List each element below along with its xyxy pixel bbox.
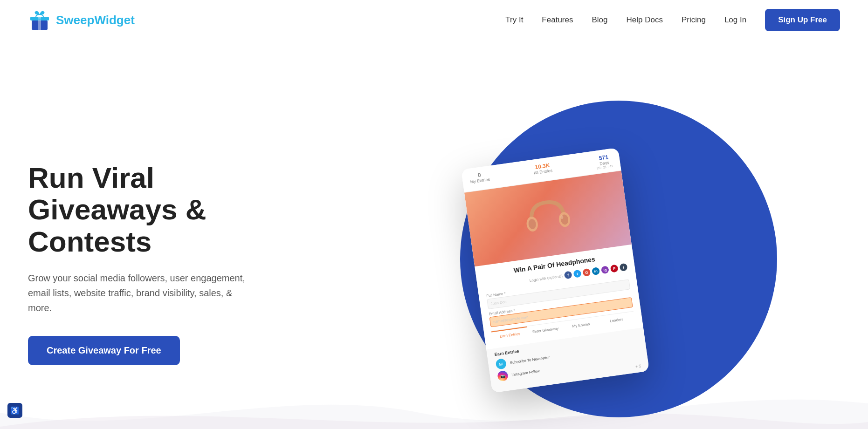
- nav-features[interactable]: Features: [542, 15, 573, 25]
- stat-my-entries: 0 My Entries: [469, 170, 490, 188]
- nav-blog[interactable]: Blog: [592, 15, 607, 25]
- svg-rect-2: [38, 15, 41, 30]
- facebook-icon: f: [564, 271, 572, 279]
- tab-earn-entries: Earn Entries: [491, 327, 529, 343]
- newsletter-label: Subscribe To Newsletter: [510, 355, 550, 365]
- linkedin-icon: in: [592, 267, 600, 275]
- nav-pricing[interactable]: Pricing: [682, 15, 706, 25]
- hero-title: Run Viral Giveaways & Contests: [28, 162, 270, 258]
- hero-subtitle: Grow your social media followers, user e…: [28, 271, 252, 315]
- hero-section: Run Viral Giveaways & Contests Grow your…: [0, 40, 868, 429]
- instagram-label: Instagram Follow: [511, 368, 540, 376]
- login-button[interactable]: Log In: [724, 15, 746, 25]
- google-icon: G: [582, 268, 591, 277]
- tab-enter-giveaway: Enter Giveaway: [527, 321, 564, 338]
- tab-leaders: Leaders: [598, 312, 635, 328]
- logo-text: SweepWidget: [56, 13, 135, 27]
- accessibility-icon: ♿: [10, 406, 20, 415]
- tumblr-icon: t: [619, 263, 627, 272]
- email-earn-icon: ✉: [495, 358, 507, 370]
- create-giveaway-button[interactable]: Create Giveaway For Free: [28, 336, 180, 365]
- header: SweepWidget Try It Features Blog Help Do…: [0, 0, 868, 40]
- accessibility-button[interactable]: ♿: [7, 403, 22, 418]
- hero-right: 0 My Entries 10.3K All Entries 571 Days …: [270, 68, 840, 429]
- logo-icon: [28, 8, 51, 32]
- main-nav: Try It Features Blog Help Docs Pricing L…: [505, 9, 840, 31]
- stat-all-entries: 10.3K All Entries: [532, 162, 553, 178]
- logo[interactable]: SweepWidget: [28, 8, 135, 32]
- instagram-earn-icon: 📷: [497, 370, 509, 382]
- signup-button[interactable]: Sign Up Free: [765, 9, 840, 31]
- headphone-illustration: [519, 190, 577, 247]
- nav-try-it[interactable]: Try It: [505, 15, 523, 25]
- twitter-icon: t: [573, 270, 581, 278]
- hero-left: Run Viral Giveaways & Contests Grow your…: [28, 153, 270, 365]
- social-login-label: Login with (optional): [529, 274, 563, 283]
- app-mockup: 0 My Entries 10.3K All Entries 571 Days …: [461, 148, 649, 393]
- instagram-icon-small: ig: [601, 266, 609, 274]
- nav-help-docs[interactable]: Help Docs: [626, 15, 662, 25]
- stat-days: 571 Days 23 : 21 : 41: [595, 153, 613, 170]
- pinterest-icon: P: [610, 264, 619, 272]
- tab-my-entries: My Entries: [562, 316, 599, 333]
